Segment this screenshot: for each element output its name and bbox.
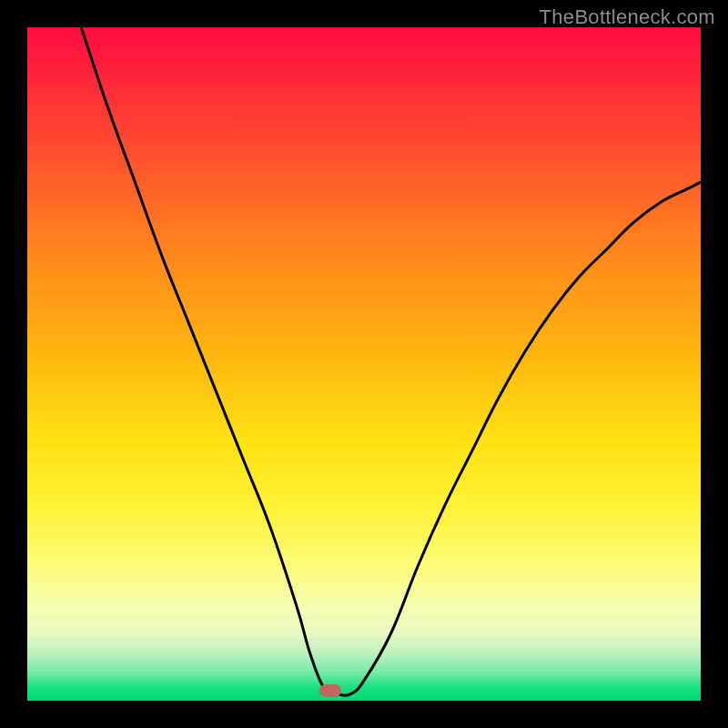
plot-area (27, 27, 701, 701)
bottleneck-curve (27, 27, 701, 701)
curve-path (81, 27, 701, 695)
watermark-text: TheBottleneck.com (540, 5, 715, 29)
chart-frame: TheBottleneck.com (0, 0, 728, 728)
minimum-marker (319, 684, 341, 697)
